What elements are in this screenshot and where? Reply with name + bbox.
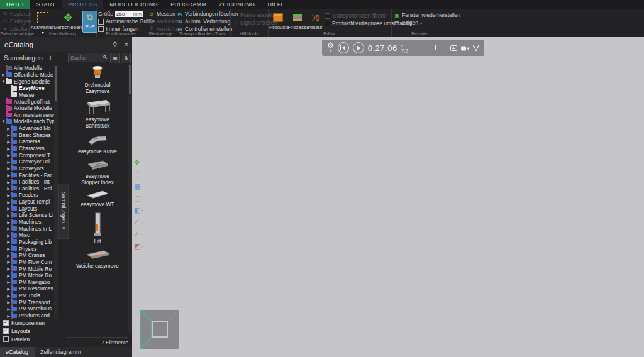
expander-right-icon[interactable]: ▶	[6, 213, 11, 217]
ribbon-tab-modellierung[interactable]: MODELLIERUNG	[103, 0, 164, 9]
catalog-item[interactable]: easymove Stopper Index	[67, 159, 128, 186]
expander-right-icon[interactable]: ▶	[6, 206, 11, 211]
view-cube[interactable]	[139, 309, 180, 350]
expander-right-icon[interactable]: ▶	[6, 239, 11, 244]
catalog-item[interactable]: Drehmodul Easymove	[67, 64, 128, 95]
grid-view-button[interactable]: ▦	[110, 53, 120, 63]
reset-button[interactable]	[338, 42, 349, 53]
tree-item[interactable]: Aktuell geöffnet	[0, 98, 54, 105]
tree-item[interactable]: ▶Conveyors	[0, 165, 54, 172]
expander-right-icon[interactable]: ▶	[6, 126, 11, 131]
tree-item[interactable]: ▶PM Tools	[0, 292, 54, 299]
tree-item[interactable]: ▶Life Science Li	[0, 212, 54, 219]
expander-down-icon[interactable]: ▼	[1, 119, 6, 123]
tree-item[interactable]: ▶PM Resources	[0, 285, 54, 292]
expander-right-icon[interactable]: ▶	[6, 287, 11, 291]
tree-item[interactable]: ▶Misc	[0, 232, 54, 239]
expander-right-icon[interactable]: ▶	[6, 314, 11, 318]
measure-angle-icon[interactable]: ∠▾	[134, 216, 148, 228]
speed-slider[interactable]	[416, 45, 447, 50]
ribbon-tab-datei[interactable]: DATEI	[0, 0, 30, 9]
simulation-speed[interactable]: ▸ 7.6	[401, 41, 412, 54]
expander-right-icon[interactable]: ▶	[6, 226, 11, 231]
expander-right-icon[interactable]: ▶	[6, 153, 11, 157]
tree-item[interactable]: Alle Modelle	[0, 65, 54, 72]
material-view-icon[interactable]: ◩▾	[134, 240, 148, 252]
expander-right-icon[interactable]: ▶	[6, 246, 11, 251]
expander-right-icon[interactable]: ▶	[6, 200, 11, 204]
tree-item[interactable]: ▶Feeders	[0, 192, 54, 199]
panel-tab-ecatalog[interactable]: eCatalog	[0, 347, 35, 357]
show-menu-button[interactable]: ◫Zeigen▾	[394, 19, 460, 26]
tree-item[interactable]: Aktuelle Modelle	[0, 105, 54, 112]
screenshot-icon[interactable]	[450, 42, 457, 53]
tree-item[interactable]: ▶Physics	[0, 245, 54, 252]
flow-button[interactable]: ⤨ Ablauf	[307, 11, 323, 30]
expander-right-icon[interactable]: ▶	[6, 294, 11, 298]
area-select-icon[interactable]: ⬚	[134, 168, 148, 180]
dimension-tool-icon[interactable]: ∡▾	[134, 228, 148, 240]
copy-button[interactable]: ⧉Kopieren	[2, 10, 31, 18]
tree-item[interactable]: ▶Öffentliche Mode	[0, 72, 54, 79]
expander-right-icon[interactable]: ▶	[6, 300, 11, 304]
catalog-item[interactable]: Lift	[67, 212, 128, 245]
tree-item[interactable]: ▶Facilities - Rol	[0, 185, 54, 192]
expander-right-icon[interactable]: ▶	[6, 253, 11, 258]
expander-right-icon[interactable]: ▶	[6, 186, 11, 190]
checkbox[interactable]	[3, 328, 9, 334]
fit-view-icon[interactable]: ✥	[134, 157, 148, 168]
tree-item[interactable]: ▶Facilities - Fac	[0, 172, 54, 178]
expander-right-icon[interactable]: ▶	[6, 146, 11, 151]
tree-item[interactable]: ▶PM Cranes	[0, 252, 54, 259]
delete-connections-button[interactable]: ⋉Verbindungen löschen	[177, 10, 238, 18]
tree-item[interactable]: ▶Machines In-L	[0, 225, 54, 232]
tree-item[interactable]: ▶Products and	[0, 312, 54, 319]
tree-item[interactable]: ▶PM Navigatio	[0, 279, 54, 286]
tree-item[interactable]: ▶Machines	[0, 219, 54, 226]
tree-item[interactable]: ▶Facilities - Int	[0, 178, 54, 185]
grid-size-input[interactable]: 250mm	[115, 11, 143, 17]
filter-komponenten[interactable]: Komponenten	[0, 319, 58, 327]
expander-right-icon[interactable]: ▶	[6, 140, 11, 144]
search-input[interactable]: Suche 🔍︎	[68, 53, 109, 62]
tree-item[interactable]: ▶Conveyor Util	[0, 158, 54, 165]
tree-item[interactable]: Messe	[0, 92, 54, 99]
expander-right-icon[interactable]: ▶	[6, 266, 11, 271]
auto-connection-button[interactable]: ⋊Autom. Verbindung	[177, 18, 238, 25]
tree-item[interactable]: ▶Layout Templ	[0, 199, 54, 206]
view-presets-icon[interactable]: ◧▾	[134, 204, 148, 216]
tree-item[interactable]: ▶PM Mobile Ro	[0, 272, 54, 279]
expander-right-icon[interactable]: ▶	[6, 280, 11, 284]
catalog-item[interactable]: easymove WT	[67, 190, 128, 208]
expander-right-icon[interactable]: ▶	[6, 260, 11, 264]
expander-right-icon[interactable]: ▶	[6, 166, 11, 170]
processes-button[interactable]: Prozesse	[288, 11, 307, 30]
tree-item[interactable]: ▶Cameras	[0, 138, 54, 145]
expander-right-icon[interactable]: ▶	[6, 133, 11, 137]
tree-item[interactable]: ▶PM Flow Com	[0, 259, 54, 266]
ribbon-tab-zeichnung[interactable]: ZEICHNUNG	[213, 0, 261, 9]
filter-layouts[interactable]: Layouts	[0, 327, 58, 335]
expander-right-icon[interactable]: ▶	[6, 220, 11, 224]
move-tool-button[interactable]: ✥ Verschieben	[54, 11, 82, 30]
ribbon-tab-hilfe[interactable]: HILFE	[261, 0, 291, 9]
tree-item[interactable]: ▶Layouts	[0, 205, 54, 212]
tree-item[interactable]: EasyMove	[0, 85, 54, 92]
expander-right-icon[interactable]: ▶	[6, 180, 11, 184]
play-button[interactable]	[353, 42, 364, 53]
panel-tab-zellendiagramm[interactable]: Zellendiagramm	[35, 347, 87, 357]
tree-item[interactable]: Am meisten verw	[0, 111, 54, 118]
sort-button[interactable]: ⇅	[121, 53, 131, 63]
viewport-3d[interactable]: ⚙▾ 0:27:06 ▸ 7.6 ✥ ⬚ ▦ ▢ ◧▾ ∠▾ ∡▾	[132, 37, 644, 357]
restore-windows-button[interactable]: ▣Fenster wiederherstellen	[394, 11, 460, 19]
catalog-item[interactable]: easymove Bahnstück	[67, 99, 128, 129]
tree-item[interactable]: ▼Modelle nach Typ	[0, 118, 54, 125]
tree-item[interactable]: ▶Characters	[0, 145, 54, 152]
tree-item[interactable]: ▶PM Transport	[0, 299, 54, 305]
render-mode-icon[interactable]: ▦	[134, 180, 148, 192]
expander-right-icon[interactable]: ▶	[6, 160, 11, 164]
pin-icon[interactable]: ⚲	[109, 41, 121, 48]
checkbox[interactable]	[3, 320, 9, 326]
catalog-item[interactable]: easymove Kurve	[67, 133, 128, 155]
checkbox[interactable]	[3, 336, 9, 342]
